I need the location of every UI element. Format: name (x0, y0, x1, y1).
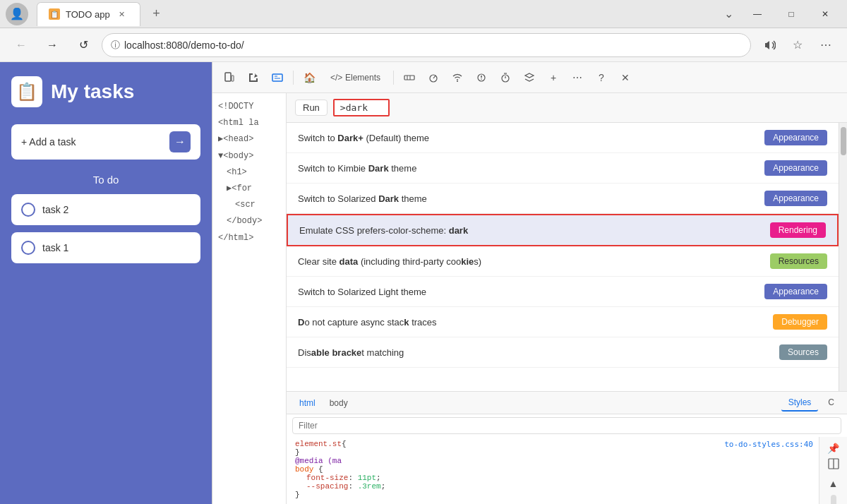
command-item-clear-data[interactable]: Clear site data (including third-party c… (287, 246, 839, 277)
code-line-7: <scr (212, 197, 286, 213)
svg-rect-5 (404, 76, 414, 80)
styles-filter-input[interactable] (292, 417, 841, 434)
elements-tab[interactable]: </> Elements (322, 69, 389, 85)
add-panel-icon[interactable]: + (542, 66, 565, 89)
command-item-dark-plus[interactable]: Switch to Dark+ (Default) theme Appearan… (287, 123, 839, 153)
svg-point-10 (457, 80, 458, 82)
window-close-button[interactable]: ✕ (809, 3, 841, 25)
window-minimize-button[interactable]: — (741, 3, 774, 25)
command-item-emulate-css[interactable]: Emulate CSS prefers-color-scheme: dark R… (287, 214, 839, 246)
window-maximize-button[interactable]: □ (775, 3, 807, 25)
command-item-text-8: Disable bracket matching (298, 347, 779, 358)
todo-app-title: My tasks (51, 80, 134, 103)
code-line-6: ▶<for (212, 181, 286, 197)
network-icon[interactable] (398, 66, 421, 89)
command-item-kimbie-dark[interactable]: Switch to Kimbie Dark theme Appearance (287, 153, 839, 184)
layers-icon[interactable] (518, 66, 541, 89)
favorites-icon[interactable]: ☆ (785, 32, 810, 58)
vertical-scrollbar-track[interactable] (831, 495, 836, 504)
command-item-text-1: Switch to Dark+ (Default) theme (298, 133, 764, 143)
window-more-icon[interactable]: ⌄ (717, 4, 740, 24)
devtools-more-icon[interactable]: ⋯ (566, 66, 589, 89)
nav-bar: ← → ↺ ⓘ localhost:8080/demo-to-do/ ☆ ⋯ (0, 28, 847, 62)
devtools-toolbar: 🏠 </> Elements (212, 62, 847, 93)
svg-line-9 (433, 76, 435, 78)
title-bar-left: 👤 📋 TODO app ✕ + (6, 2, 167, 26)
address-info-icon: ⓘ (111, 39, 120, 52)
home-icon[interactable]: 🏠 (298, 66, 320, 89)
code-line-2: <html la (212, 115, 286, 131)
command-item-text-6: Switch to Solarized Light theme (298, 287, 764, 297)
refresh-button[interactable]: ↺ (71, 32, 96, 58)
tab-close-button[interactable]: ✕ (116, 8, 128, 20)
task-item-2[interactable]: task 1 (11, 232, 200, 263)
browser-more-icon[interactable]: ⋯ (813, 32, 839, 58)
device-toolbar-icon[interactable] (218, 66, 241, 89)
command-item-text-7: Do not capture async stack traces (298, 317, 773, 328)
body-breadcrumb[interactable]: body (323, 395, 355, 411)
command-badge-2: Appearance (764, 160, 827, 176)
add-task-button[interactable]: → (169, 131, 191, 152)
command-item-solarized-light[interactable]: Switch to Solarized Light theme Appearan… (287, 277, 839, 307)
command-list-scrollbar[interactable] (839, 123, 847, 391)
tab-favicon: 📋 (49, 8, 60, 20)
back-button[interactable]: ← (8, 32, 34, 58)
devtools-bottom-panel: html body Styles C element.st{ } (287, 391, 847, 504)
address-text: localhost:8080/demo-to-do/ (124, 40, 742, 51)
new-tab-button[interactable]: + (146, 4, 167, 25)
address-bar[interactable]: ⓘ localhost:8080/demo-to-do/ (102, 33, 751, 57)
wifi-icon[interactable] (446, 66, 469, 89)
performance-icon[interactable] (422, 66, 445, 89)
task-item-1[interactable]: task 2 (11, 194, 200, 225)
scroll-up-icon[interactable]: ▲ (824, 478, 843, 489)
css-file-link[interactable]: to-do-styles.css:40 (724, 440, 813, 449)
command-badge-8: Sources (779, 344, 827, 360)
task-checkbox-2[interactable] (21, 241, 35, 255)
inspect-icon[interactable] (242, 66, 265, 89)
task-text-2: task 1 (42, 242, 68, 253)
browser-window: 👤 📋 TODO app ✕ + ⌄ — □ ✕ ← → ↺ ⓘ localho… (0, 0, 847, 504)
profile-icon[interactable]: 👤 (6, 3, 28, 25)
command-badge-7: Debugger (773, 314, 827, 330)
svg-rect-0 (225, 73, 231, 81)
code-line-element: element.st{ (295, 440, 710, 448)
computed-tab[interactable]: C (821, 395, 841, 412)
title-bar: 👤 📋 TODO app ✕ + ⌄ — □ ✕ (0, 0, 847, 28)
code-line-4: ▼<body> (212, 148, 286, 164)
tab-title: TODO app (66, 9, 110, 20)
devtools-bottom-tabs: html body Styles C (287, 392, 847, 414)
toolbar-separator (293, 71, 294, 85)
command-input-area: Run >dark (287, 93, 847, 123)
read-aloud-icon[interactable] (757, 32, 782, 58)
forward-button[interactable]: → (40, 32, 65, 58)
browser-tab[interactable]: 📋 TODO app ✕ (37, 2, 140, 26)
svg-rect-2 (272, 74, 282, 81)
debug-icon[interactable] (470, 66, 493, 89)
task-checkbox-1[interactable] (21, 203, 35, 217)
dock-icon[interactable] (824, 458, 843, 469)
add-task-label: + Add a task (21, 136, 76, 148)
command-item-async-traces[interactable]: Do not capture async stack traces Debugg… (287, 307, 839, 337)
run-button[interactable]: Run (295, 100, 328, 116)
css-link-area: to-do-styles.css:40 (719, 437, 819, 504)
devtools-close-icon[interactable]: ✕ (614, 66, 637, 89)
devtools-body: <!DOCTY <html la ▶<head> ▼<body> <h1> ▶<… (212, 93, 847, 504)
code-line-spacing: --spacing: .3rem; (295, 482, 710, 491)
command-item-bracket-matching[interactable]: Disable bracket matching Sources (287, 337, 839, 368)
code-line-font: font-size: 11pt; (295, 474, 710, 482)
todo-section-title: To do (11, 174, 200, 186)
pin-icon[interactable]: 📌 (824, 443, 843, 454)
devtools-panel: 🏠 </> Elements (212, 62, 847, 504)
devtools-help-icon[interactable]: ? (590, 66, 613, 89)
timer-icon[interactable] (494, 66, 517, 89)
command-input[interactable]: >dark (333, 99, 390, 116)
styles-tab[interactable]: Styles (781, 395, 819, 412)
source-panel-icon[interactable] (266, 66, 289, 89)
command-item-text-2: Switch to Kimbie Dark theme (298, 163, 764, 174)
command-item-solarized-dark[interactable]: Switch to Solarized Dark theme Appearanc… (287, 184, 839, 214)
add-task-bar[interactable]: + Add a task → (11, 124, 200, 160)
html-breadcrumb[interactable]: html (292, 395, 323, 411)
command-badge-1: Appearance (764, 130, 827, 145)
command-badge-5: Resources (770, 253, 827, 269)
code-line-body: body { (295, 465, 710, 474)
